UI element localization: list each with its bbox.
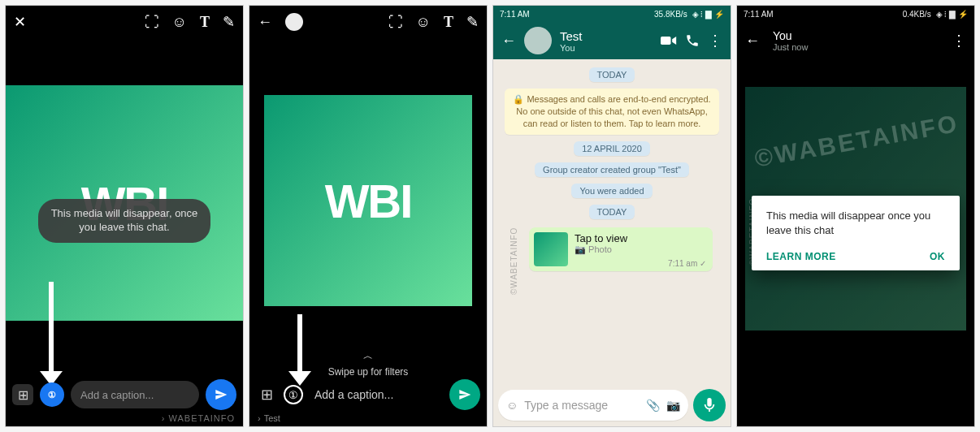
sent-time: Just now [773, 42, 939, 52]
camera-icon[interactable]: 📷 [666, 399, 680, 412]
back-icon[interactable]: ← [745, 32, 760, 50]
mic-button[interactable] [693, 389, 726, 421]
chat-avatar[interactable] [524, 27, 552, 54]
encryption-notice[interactable]: 🔒 Messages and calls are end-to-end encr… [505, 89, 719, 135]
watermark: › WABETAINFO [162, 413, 235, 423]
chat-title-area[interactable]: Test You [560, 29, 653, 53]
message-input[interactable]: ☺ Type a message 📎 📷 [498, 390, 688, 421]
message-thumbnail [534, 232, 568, 266]
chevron-up-icon: ︿ [249, 349, 487, 363]
chat-screen: 7:11 AM 35.8KB/s ◈ ⵂ ▇ ⚡ ← Test You ⋮ TO… [492, 5, 731, 427]
svg-rect-0 [661, 37, 671, 45]
media-preview: WBI [264, 95, 472, 306]
chat-title: Test [560, 29, 653, 43]
more-icon[interactable]: ⋮ [708, 32, 722, 50]
caption-input[interactable]: Add a caption... [71, 381, 199, 408]
ok-button[interactable]: OK [930, 251, 945, 262]
voice-call-icon[interactable] [685, 33, 700, 48]
wbi-logo: WBI [325, 174, 412, 228]
status-time: 7:11 AM [744, 10, 774, 19]
emoji-icon[interactable]: ☺ [416, 14, 431, 31]
video-call-icon[interactable] [661, 35, 677, 46]
media-editor-screen-2: ← ⛶ ☺ T ✎ WBI ︿ Swipe up for filters ⊞ ①… [249, 5, 488, 427]
more-icon[interactable]: ⋮ [952, 32, 966, 50]
emoji-icon[interactable]: ☺ [506, 399, 518, 412]
mic-icon [704, 398, 715, 413]
status-bar: 7:11 AM 35.8KB/s ◈ ⵂ ▇ ⚡ [493, 6, 731, 22]
input-placeholder: Type a message [524, 399, 640, 412]
wifi-icon: ◈ ⵂ ▇ ⚡ [692, 10, 724, 19]
chat-subtitle: You [560, 43, 653, 53]
learn-more-button[interactable]: LEARN MORE [766, 251, 836, 262]
send-button[interactable] [449, 379, 480, 410]
editor-bottombar: ⊞ ① Add a caption... [6, 374, 243, 413]
back-icon[interactable]: ← [501, 32, 516, 50]
caption-input[interactable]: Add a caption... [310, 388, 443, 401]
date-chip: 12 APRIL 2020 [574, 141, 650, 156]
watermark: ©WABETAINFO [510, 227, 518, 295]
send-icon [458, 388, 471, 401]
caption-placeholder: Add a caption... [80, 389, 154, 401]
viewer-header: ← You Just now ⋮ [737, 22, 974, 59]
status-speed: 0.4KB/s [903, 10, 931, 19]
editor-topbar: ✕ ⛶ ☺ T ✎ [6, 6, 243, 38]
send-button[interactable] [206, 379, 236, 410]
tooltip-text: This media will disappear, once you leav… [51, 207, 198, 233]
send-icon [215, 388, 228, 401]
text-tool-icon[interactable]: T [444, 14, 453, 31]
attach-icon[interactable]: 📎 [646, 399, 660, 412]
chat-header: ← Test You ⋮ [493, 22, 731, 59]
system-chip: Group creator created group "Test" [535, 162, 689, 177]
chat-body: TODAY 🔒 Messages and calls are end-to-en… [493, 59, 731, 387]
svg-rect-1 [707, 398, 711, 407]
pointer-arrow-icon [40, 282, 63, 386]
date-chip: TODAY [589, 205, 635, 219]
back-icon[interactable]: ← [258, 14, 272, 31]
sender-name: You [773, 29, 939, 42]
message-time: 7:11 am ✓ [668, 259, 706, 268]
recipient-line[interactable]: › Test [249, 412, 288, 425]
add-media-button[interactable]: ⊞ [12, 384, 33, 405]
emoji-icon[interactable]: ☺ [172, 14, 187, 31]
disappearing-tooltip: This media will disappear, once you leav… [38, 199, 210, 243]
recipient-name: Test [264, 413, 280, 423]
text-tool-icon[interactable]: T [200, 14, 210, 31]
close-icon[interactable]: ✕ [14, 13, 26, 31]
editor-bottombar: ⊞ ① Add a caption... [249, 374, 487, 413]
disappear-dialog: This media will disappear once you leave… [752, 196, 960, 270]
view-once-toggle[interactable]: ① [284, 385, 303, 404]
recipient-avatar [285, 13, 303, 31]
status-speed: 35.8KB/s [654, 10, 687, 19]
status-time: 7:11 AM [500, 10, 530, 19]
system-chip: You were added [571, 184, 652, 198]
caption-placeholder: Add a caption... [314, 388, 393, 401]
message-label: Tap to view [575, 232, 627, 244]
add-media-button[interactable]: ⊞ [256, 384, 277, 405]
editor-topbar: ← ⛶ ☺ T ✎ [249, 6, 487, 38]
media-editor-screen-1: ✕ ⛶ ☺ T ✎ WBI This media will disappear,… [5, 5, 244, 427]
view-once-message[interactable]: Tap to view 📷 Photo 7:11 am ✓ [529, 227, 713, 271]
date-chip: TODAY [589, 67, 635, 82]
view-once-alert-screen: 7:11 AM 0.4KB/s ◈ ⵂ ▇ ⚡ ← You Just now ⋮… [736, 5, 975, 427]
message-sublabel: 📷 Photo [575, 244, 627, 255]
view-once-toggle[interactable]: ① [40, 382, 64, 407]
wifi-icon: ◈ ⵂ ▇ ⚡ [936, 10, 968, 19]
chat-input-bar: ☺ Type a message 📎 📷 [498, 389, 726, 421]
crop-icon[interactable]: ⛶ [145, 14, 159, 31]
pencil-icon[interactable]: ✎ [223, 13, 235, 31]
crop-icon[interactable]: ⛶ [388, 14, 403, 31]
dialog-message: This media will disappear once you leave… [766, 209, 945, 238]
status-bar: 7:11 AM 0.4KB/s ◈ ⵂ ▇ ⚡ [737, 6, 974, 22]
pencil-icon[interactable]: ✎ [466, 13, 479, 31]
